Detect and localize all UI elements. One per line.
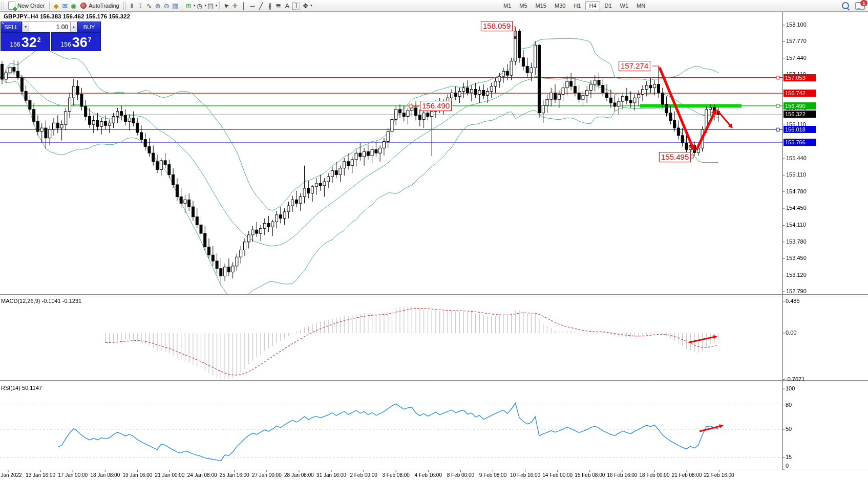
arrows-tool-icon[interactable]: ✥ [301,2,310,10]
search-icon[interactable] [842,2,849,9]
signal-icon[interactable]: ◉ [69,2,78,10]
timeframe-button-mn[interactable]: MN [633,1,649,10]
main-toolbar: New Order ◆✉◉ AutoTrading ‖⌶∿⊕⊖▦ ⊞▾◷▾▤▾ … [0,0,868,12]
sell-price-big: 32 [22,36,37,50]
timeframe-button-m1[interactable]: M1 [500,1,515,10]
price-badge-156.018: 156.018 [784,126,816,133]
volume-input[interactable] [29,21,70,32]
rsi-scale-label: 0 [786,463,815,469]
new-order-label: New Order [17,3,45,9]
periods-clock-icon[interactable]: ◷ [195,2,204,10]
rsi-scale-label: 80 [786,402,815,408]
rsi-scale-label: 50 [786,426,815,432]
price-badge-157.053: 157.053 [784,74,816,81]
timeframe-toolbar: M1M5M15M30H1H4D1W1MN [499,0,649,11]
buy-price-base: 156 [61,41,71,48]
collapse-caret-icon[interactable]: ˄ [2,21,4,26]
fibonacci-icon[interactable]: ≣ [274,2,283,10]
templates-dropdown-arrow[interactable]: ▾ [216,4,218,8]
toolbar-grip [123,2,126,10]
chat-icon[interactable]: 1 [855,2,865,10]
timeframe-button-m30[interactable]: M30 [551,1,569,10]
rsi-scale-label: 100 [786,385,815,391]
sell-button[interactable]: ˄ SELL [1,21,22,32]
price-badge-156.490: 156.490 [784,102,816,110]
text-label-icon[interactable]: T [292,2,300,10]
zoom-out-icon[interactable]: ⊖ [162,2,171,10]
timeframe-button-m15[interactable]: M15 [532,1,550,10]
indicators-icon[interactable]: ⊞ [184,2,193,10]
bar-chart-icon[interactable]: ‖ [128,2,136,10]
templates-icon[interactable]: ▤ [206,2,215,10]
horizontal-line-icon[interactable]: ─ [248,2,257,10]
sell-price-base: 156 [10,41,20,48]
timeframe-button-d1[interactable]: D1 [601,1,616,10]
price-badge-155.766: 155.766 [784,139,816,146]
toolbar-separator [49,2,50,10]
zoom-in-icon[interactable]: ⊕ [154,2,162,10]
text-icon[interactable]: A [283,2,291,10]
rsi-label: RSI(14) 50.1147 [1,385,42,391]
toolbar-icon-group-tools: ➤✛│─╱∦≣AT✥▾ [222,2,312,10]
buy-price-button[interactable]: 156 36 7 [51,32,101,51]
timeframe-button-w1[interactable]: W1 [617,1,632,10]
macd-scale-label: 0.485 [786,298,815,304]
autotrading-button[interactable]: AutoTrading [78,1,122,10]
toolbar-separator [182,2,182,10]
macd-scale-label: 0.00 [786,330,815,336]
mail-icon[interactable]: ✉ [60,2,69,10]
timeframe-button-h1[interactable]: H1 [570,1,584,10]
buy-price-sup: 7 [88,36,92,43]
timeframe-button-m5[interactable]: M5 [516,1,531,10]
toolbar-right-group: 1 [842,0,865,11]
tile-windows-icon[interactable]: ▦ [171,2,180,10]
annotation-156490[interactable]: 156.490 [420,101,452,111]
autotrading-icon [80,3,87,9]
line-chart-icon[interactable]: ∿ [145,2,154,10]
new-order-button[interactable]: New Order [6,0,47,11]
rsi-scale-label: 15 [786,454,815,460]
sell-price-sup: 2 [37,36,41,43]
annotation-155495[interactable]: 155.495 [659,152,691,162]
annotation-158059[interactable]: 158.059 [481,21,513,31]
sell-label: SELL [5,24,18,30]
buy-button[interactable]: BUY [77,21,101,32]
macd-label: MACD(12,26,9) -0.1041 -0.1231 [1,298,81,304]
toolbar-icon-group-left: ◆✉◉ [52,2,78,10]
vertical-line-icon[interactable]: │ [239,2,248,10]
new-order-icon [8,2,15,10]
arrows-tool-dropdown-arrow[interactable]: ▾ [310,4,312,8]
chart-canvas[interactable] [0,0,868,481]
timeframe-button-h4[interactable]: H4 [585,1,600,10]
trendline-icon[interactable]: ╱ [257,2,265,10]
one-click-trading-panel: ˄ SELL ▼ ▲ BUY 156 32 2 156 36 7 [1,21,101,51]
buy-price-big: 36 [72,36,88,50]
gold-icon[interactable]: ◆ [52,2,60,10]
toolbar-icon-group-chart: ‖⌶∿⊕⊖▦ [128,2,180,10]
macd-scale-label: -0.7071 [786,376,815,382]
toolbar-grip [2,2,4,10]
autotrading-label: AutoTrading [89,3,119,9]
buy-label: BUY [83,24,95,30]
chat-notification-badge: 1 [860,0,867,6]
volume-increase-button[interactable]: ▲ [70,21,77,32]
chart-title: GBPJPY-,H4 156.383 156.462 156.176 156.3… [4,13,130,19]
volume-decrease-button[interactable]: ▼ [22,21,29,32]
sell-price-button[interactable]: 156 32 2 [1,32,50,51]
channel-icon[interactable]: ∦ [265,2,274,10]
price-badge-156.742: 156.742 [784,90,816,97]
price-badge-156.322: 156.322 [784,111,816,118]
candlestick-chart-icon[interactable]: ⌶ [136,2,145,10]
toolbar-icon-group-dropdown: ⊞▾◷▾▤▾ [184,2,218,10]
annotation-157274[interactable]: 157.274 [619,61,650,71]
